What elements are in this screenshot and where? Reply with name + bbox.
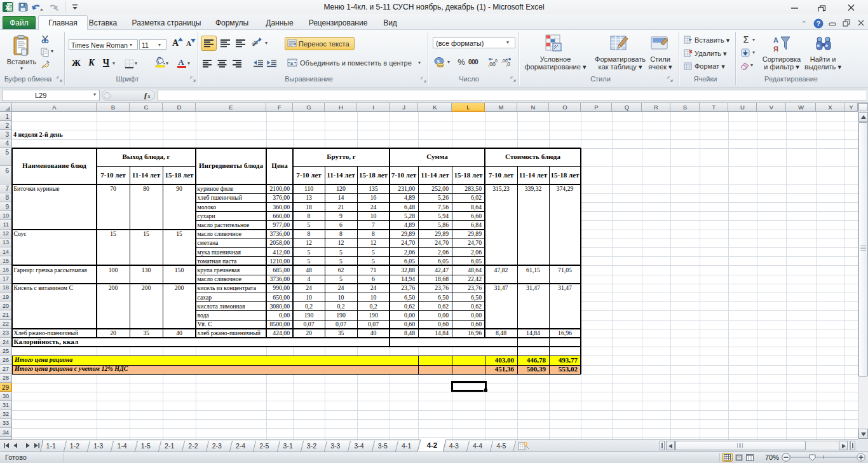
svg-text:Я: Я [773, 45, 778, 53]
svg-text:X: X [5, 4, 10, 11]
svg-text:a: a [290, 60, 293, 66]
svg-text:А: А [773, 36, 778, 44]
svg-text:,0: ,0 [506, 61, 510, 67]
svg-text:?: ? [817, 20, 821, 27]
svg-text:,0: ,0 [494, 59, 498, 63]
svg-text:ab: ab [252, 39, 259, 48]
